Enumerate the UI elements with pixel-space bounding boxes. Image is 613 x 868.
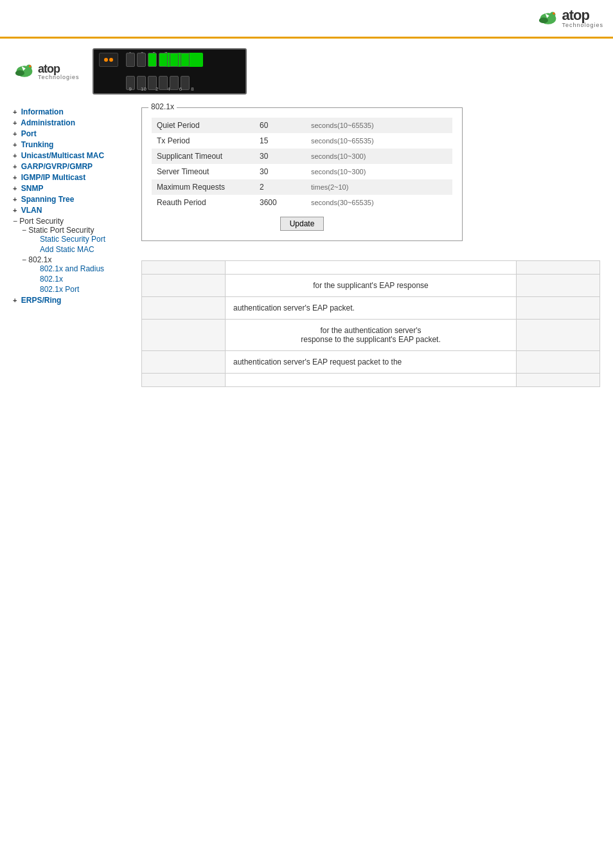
desc-col1 [142, 261, 226, 275]
field-label: Maximum Requests [152, 179, 254, 195]
field-label: Supplicant Timeout [152, 149, 254, 164]
field-constraint: times(2~10) [306, 179, 452, 195]
port-link[interactable]: + Port [13, 129, 37, 138]
erps-ring-link[interactable]: + ERPS/Ring [13, 296, 61, 305]
trunking-link[interactable]: + Trunking [13, 140, 53, 149]
plus-icon: + [13, 174, 17, 181]
header-logo: atop Technologies [537, 8, 603, 28]
sidebar-logo: atop Technologies [13, 62, 80, 81]
desc-col1 [142, 351, 226, 374]
sidebar-item-static-security-port[interactable]: Static Security Port [40, 235, 129, 244]
header-brand-name: atop [562, 8, 603, 23]
administration-link[interactable]: + Administration [13, 118, 75, 127]
table-row [142, 374, 600, 387]
sidebar-item-administration[interactable]: + Administration [13, 118, 129, 127]
static-port-security-children: Static Security Port Add Static MAC [31, 235, 129, 254]
description-table: for the supplicant's EAP response authen… [141, 260, 600, 387]
vlan-link[interactable]: + VLAN [13, 206, 42, 215]
information-link[interactable]: + Information [13, 107, 64, 116]
minus-icon: − [13, 217, 17, 226]
table-row: Tx Period 15 seconds(10~65535) [152, 133, 452, 149]
erps-ring-label: ERPS/Ring [21, 296, 62, 305]
sidebar-item-802-1x-main[interactable]: 802.1x [40, 275, 129, 284]
desc-col2: authentication server's EAP packet. [226, 297, 517, 320]
802-1x-radius-link[interactable]: 802.1x and Radius [40, 264, 104, 273]
desc-col2: for the supplicant's EAP response [226, 275, 517, 297]
igmp-link[interactable]: + IGMP/IP Multicast [13, 173, 85, 182]
top-ports-row [126, 53, 190, 67]
sidebar-item-snmp[interactable]: + SNMP [13, 184, 129, 193]
add-static-mac-link[interactable]: Add Static MAC [40, 245, 94, 254]
sidebar-brand-name: atop [38, 63, 80, 75]
field-label: Server Timeout [152, 164, 254, 179]
port-numbers-bottom: 9102468 [129, 86, 194, 92]
sidebar-item-garp[interactable]: + GARP/GVRP/GMRP [13, 162, 129, 171]
table-row: Maximum Requests 2 times(2~10) [152, 179, 452, 195]
snmp-link[interactable]: + SNMP [13, 184, 43, 193]
sidebar-item-unicast[interactable]: + Unicast/Multicast MAC [13, 151, 129, 160]
field-constraint: seconds(10~65535) [306, 133, 452, 149]
table-row [142, 261, 600, 275]
administration-label: Administration [21, 118, 75, 127]
static-security-port-link[interactable]: Static Security Port [40, 235, 105, 244]
sidebar-item-port[interactable]: + Port [13, 129, 129, 138]
form-box-802-1x: 802.1x Quiet Period 60 seconds(10~65535)… [141, 107, 463, 241]
top-header: atop Technologies [0, 0, 613, 39]
sidebar-item-erps-ring[interactable]: + ERPS/Ring [13, 296, 129, 305]
table-row: authentication server's EAP packet. [142, 297, 600, 320]
minus-icon: − [22, 255, 26, 264]
plus-icon: + [13, 296, 17, 304]
desc-col2: for the authentication server'sresponse … [226, 320, 517, 351]
sidebar-item-vlan[interactable]: + VLAN [13, 206, 129, 215]
garp-label: GARP/GVRP/GMRP [21, 162, 93, 171]
main-content: 802.1x Quiet Period 60 seconds(10~65535)… [141, 107, 600, 387]
sidebar-item-add-static-mac[interactable]: Add Static MAC [40, 245, 129, 254]
garp-link[interactable]: + GARP/GVRP/GMRP [13, 162, 93, 171]
desc-col3 [517, 275, 600, 297]
plus-icon: + [13, 195, 17, 203]
field-constraint: seconds(10~65535) [306, 118, 452, 133]
sidebar-item-igmp[interactable]: + IGMP/IP Multicast [13, 173, 129, 182]
snmp-label: SNMP [21, 184, 44, 193]
form-table: Quiet Period 60 seconds(10~65535) Tx Per… [152, 118, 452, 210]
table-row: Quiet Period 60 seconds(10~65535) [152, 118, 452, 133]
plus-icon: + [13, 108, 17, 116]
svg-point-1 [550, 12, 556, 17]
802-1x-main-link[interactable]: 802.1x [40, 275, 63, 284]
main-container: atop Technologies 1357 [0, 39, 613, 397]
desc-col3 [517, 297, 600, 320]
sidebar-item-information[interactable]: + Information [13, 107, 129, 116]
port-label: Port [21, 129, 37, 138]
802-1x-port-link[interactable]: 802.1x Port [40, 285, 79, 294]
desc-col1 [142, 374, 226, 387]
802-1x-radius-label: 802.1x and Radius [40, 264, 104, 273]
spanning-tree-link[interactable]: + Spanning Tree [13, 195, 74, 204]
sidebar-brand-sub: Technologies [38, 75, 80, 80]
field-value: 60 [254, 118, 306, 133]
device-image: 1357 [93, 48, 247, 95]
svg-point-3 [553, 12, 556, 15]
sidebar-item-spanning-tree[interactable]: + Spanning Tree [13, 195, 129, 204]
sidebar-item-802-1x-radius[interactable]: 802.1x and Radius [40, 264, 129, 273]
table-row: Server Timeout 30 seconds(10~300) [152, 164, 452, 179]
802-1x-label: 802.1x [28, 255, 51, 264]
field-label: Reauth Period [152, 195, 254, 210]
port-security-label: Port Security [19, 217, 64, 226]
sidebar: + Information + Administration + Port + [13, 107, 129, 387]
svg-point-4 [539, 17, 548, 23]
sidebar-item-trunking[interactable]: + Trunking [13, 140, 129, 149]
trunking-label: Trunking [21, 140, 54, 149]
plus-icon: + [13, 185, 17, 192]
sidebar-item-static-port-security-group: − Static Port Security Static Security P… [22, 226, 129, 254]
desc-col3 [517, 374, 600, 387]
sidebar-item-802-1x-port[interactable]: 802.1x Port [40, 285, 129, 294]
form-title: 802.1x [148, 102, 177, 111]
header-bird-icon [537, 9, 560, 28]
table-row: Reauth Period 3600 seconds(30~65535) [152, 195, 452, 210]
field-value: 15 [254, 133, 306, 149]
desc-col3 [517, 351, 600, 374]
field-label: Quiet Period [152, 118, 254, 133]
header-brand-text: atop Technologies [562, 8, 603, 28]
unicast-link[interactable]: + Unicast/Multicast MAC [13, 151, 104, 160]
update-button[interactable]: Update [280, 217, 324, 231]
